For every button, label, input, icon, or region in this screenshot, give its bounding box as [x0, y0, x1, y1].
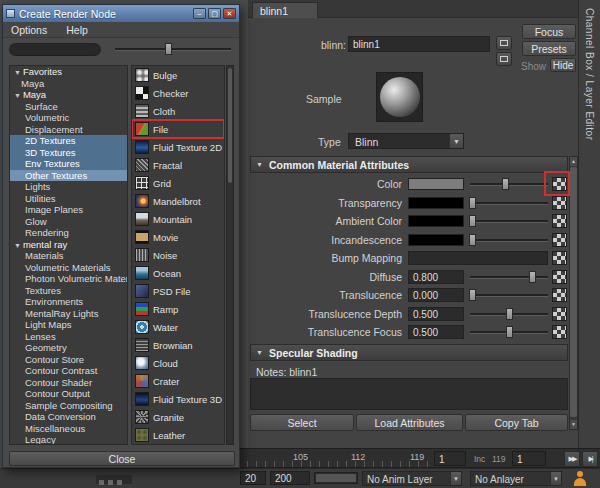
- tree-item[interactable]: Lenses: [10, 331, 127, 343]
- node-list-item[interactable]: Mandelbrot: [132, 192, 224, 210]
- node-list-item[interactable]: Grid: [132, 174, 224, 192]
- tree-item[interactable]: 2D Textures: [10, 135, 127, 147]
- window-titlebar[interactable]: Create Render Node – ▢ ✕: [3, 5, 239, 22]
- node-name-input[interactable]: blinn1: [348, 36, 490, 52]
- node-list-item[interactable]: Ramp: [132, 300, 224, 318]
- translucence-depth-slider[interactable]: [470, 308, 548, 321]
- anim-layer-dropdown[interactable]: No Anim Layer ▼: [362, 471, 462, 486]
- translucence-focus-slider[interactable]: [470, 326, 548, 339]
- bump-mapping-map-button[interactable]: [552, 251, 567, 265]
- node-list-item[interactable]: Fractal: [132, 156, 224, 174]
- incandescence-slider[interactable]: [470, 234, 548, 247]
- node-network-icon[interactable]: [496, 52, 512, 66]
- tree-item[interactable]: Volumetric: [10, 112, 127, 124]
- close-button[interactable]: Close: [9, 451, 235, 466]
- hide-button[interactable]: Hide: [550, 58, 576, 72]
- current-frame-input[interactable]: 1: [434, 451, 466, 466]
- tree-item[interactable]: Favorites: [10, 66, 127, 78]
- filter-input[interactable]: [9, 43, 101, 56]
- ambient-color-map-button[interactable]: [552, 214, 567, 228]
- range-start-input[interactable]: 20: [240, 471, 266, 485]
- tree-item[interactable]: MentalRay Lights: [10, 308, 127, 320]
- translucence-depth-map-button[interactable]: [552, 307, 567, 321]
- range-end-input[interactable]: 200: [270, 471, 310, 485]
- incandescence-swatch[interactable]: [408, 234, 464, 246]
- translucence-input[interactable]: 0.000: [408, 288, 464, 302]
- channel-box-layer-editor-tab[interactable]: Channel Box / Layer Editor: [578, 0, 600, 448]
- character-set-dropdown[interactable]: No Anlayer ▼: [470, 471, 562, 486]
- tree-item[interactable]: mental ray: [10, 239, 127, 251]
- fast-forward-icon[interactable]: ▶▶: [564, 451, 580, 467]
- material-sample-swatch[interactable]: [376, 72, 423, 122]
- node-list-item[interactable]: Ocean: [132, 264, 224, 282]
- tree-item[interactable]: Textures: [10, 285, 127, 297]
- tree-item[interactable]: Contour Shader: [10, 377, 127, 389]
- swatch-size-slider[interactable]: [115, 43, 231, 56]
- color-slider[interactable]: [470, 178, 548, 191]
- diffuse-slider[interactable]: [470, 271, 548, 284]
- menu-options[interactable]: Options: [3, 22, 55, 36]
- ambient-color-slider[interactable]: [470, 215, 548, 228]
- transparency-slider[interactable]: [470, 197, 548, 210]
- minimize-icon[interactable]: –: [193, 8, 206, 19]
- translucence-focus-input[interactable]: 0.500: [408, 325, 464, 339]
- translucence-map-button[interactable]: [552, 288, 567, 302]
- node-list-item[interactable]: Checker: [132, 84, 224, 102]
- node-list-item[interactable]: Leather: [132, 426, 224, 444]
- node-list-item[interactable]: Brownian: [132, 336, 224, 354]
- tree-item[interactable]: Maya: [10, 78, 127, 90]
- tree-item[interactable]: Light Maps: [10, 319, 127, 331]
- time-slider[interactable]: 105 112 119 1 Inc 119 1 ▶▶ ▶|: [238, 448, 600, 468]
- scrollbar-thumb[interactable]: [228, 68, 232, 183]
- tree-item[interactable]: Displacement: [10, 124, 127, 136]
- playback-range-slider[interactable]: [314, 472, 358, 484]
- select-button[interactable]: Select: [250, 414, 354, 431]
- transparency-map-button[interactable]: [552, 196, 567, 210]
- tree-item[interactable]: Contour Output: [10, 388, 127, 400]
- material-type-dropdown[interactable]: Blinn ▼: [348, 133, 464, 149]
- tree-item[interactable]: Other Textures: [10, 170, 127, 182]
- tree-item[interactable]: Legacy: [10, 434, 127, 445]
- section-specular-shading[interactable]: ▼ Specular Shading: [250, 344, 568, 361]
- animation-preferences-icon[interactable]: [572, 471, 588, 486]
- bump-mapping-input[interactable]: [408, 251, 548, 265]
- node-list-item[interactable]: PSD File: [132, 282, 224, 300]
- node-list-item[interactable]: Mountain: [132, 210, 224, 228]
- node-list-item[interactable]: Water: [132, 318, 224, 336]
- translucence-slider[interactable]: [470, 289, 548, 302]
- node-list-item[interactable]: Bulge: [132, 66, 224, 84]
- translucence-focus-map-button[interactable]: [552, 325, 567, 339]
- node-list-item[interactable]: Cloud: [132, 354, 224, 372]
- node-list-item[interactable]: Fluid Texture 3D: [132, 390, 224, 408]
- tree-item[interactable]: Volumetric Materials: [10, 262, 127, 274]
- ambient-color-swatch[interactable]: [408, 215, 464, 227]
- section-common-material-attributes[interactable]: ▼ Common Material Attributes: [250, 156, 568, 173]
- tree-item[interactable]: Glow: [10, 216, 127, 228]
- scrollbar-thumb[interactable]: [570, 167, 577, 417]
- tree-item[interactable]: Lights: [10, 181, 127, 193]
- scroll-up-icon[interactable]: ▲: [570, 157, 577, 166]
- node-list-item[interactable]: Crater: [132, 372, 224, 390]
- maximize-icon[interactable]: ▢: [208, 8, 221, 19]
- pin-node-icon[interactable]: [496, 36, 512, 50]
- notes-textarea[interactable]: [250, 378, 568, 410]
- tree-item[interactable]: Rendering: [10, 227, 127, 239]
- tree-item[interactable]: Maya: [10, 89, 127, 101]
- tree-item[interactable]: Environments: [10, 296, 127, 308]
- color-swatch[interactable]: [408, 178, 464, 190]
- diffuse-map-button[interactable]: [552, 270, 567, 284]
- step-forward-icon[interactable]: ▶|: [582, 451, 598, 467]
- tree-item[interactable]: Photon Volumetric Materi...: [10, 273, 127, 285]
- tree-item[interactable]: Sample Compositing: [10, 400, 127, 412]
- node-list-scrollbar[interactable]: [226, 65, 234, 445]
- attribute-editor-scrollbar[interactable]: ▲ ▼: [569, 156, 578, 430]
- tab-blinn1[interactable]: blinn1: [252, 2, 318, 18]
- presets-button[interactable]: Presets: [522, 41, 576, 56]
- tree-item[interactable]: Materials: [10, 250, 127, 262]
- tree-item[interactable]: 3D Textures: [10, 147, 127, 159]
- incandescence-map-button[interactable]: [552, 233, 567, 247]
- copy-tab-button[interactable]: Copy Tab: [465, 414, 568, 431]
- focus-button[interactable]: Focus: [522, 24, 576, 39]
- node-list-item[interactable]: Movie: [132, 228, 224, 246]
- scroll-down-icon[interactable]: ▼: [570, 420, 577, 429]
